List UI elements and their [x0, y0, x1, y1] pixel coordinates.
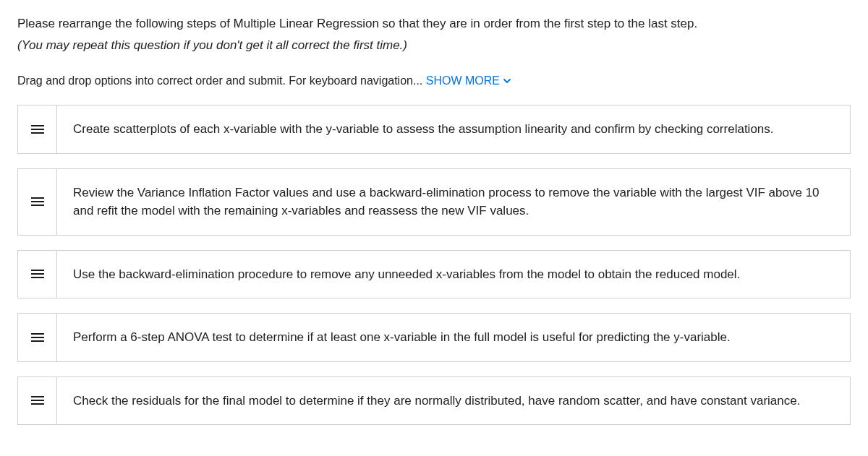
drag-handle-icon: [31, 197, 44, 207]
drag-item[interactable]: Use the backward-elimination procedure t…: [17, 250, 851, 299]
show-more-label: SHOW MORE: [426, 74, 500, 87]
chevron-down-icon: [503, 77, 511, 85]
drag-handle[interactable]: [18, 251, 57, 298]
drag-handle[interactable]: [18, 169, 57, 235]
drag-handle[interactable]: [18, 314, 57, 361]
drag-item[interactable]: Review the Variance Inflation Factor val…: [17, 168, 851, 236]
drag-item[interactable]: Perform a 6-step ANOVA test to determine…: [17, 313, 851, 362]
drag-handle-icon: [31, 395, 44, 405]
drag-item-text: Create scatterplots of each x-variable w…: [57, 106, 850, 153]
drag-item-text: Check the residuals for the final model …: [57, 377, 850, 425]
question-note: (You may repeat this question if you don…: [17, 36, 851, 55]
drag-item[interactable]: Check the residuals for the final model …: [17, 377, 851, 426]
drag-list: Create scatterplots of each x-variable w…: [17, 105, 851, 425]
drag-item[interactable]: Create scatterplots of each x-variable w…: [17, 105, 851, 154]
show-more-button[interactable]: SHOW MORE: [426, 74, 511, 87]
question-prompt: Please rearrange the following steps of …: [17, 14, 851, 33]
drag-item-text: Use the backward-elimination procedure t…: [57, 251, 850, 298]
drag-item-text: Review the Variance Inflation Factor val…: [57, 169, 850, 235]
drag-handle-icon: [31, 124, 44, 134]
drag-handle-icon: [31, 269, 44, 279]
instruction-text: Drag and drop options into correct order…: [17, 74, 426, 87]
instruction-row: Drag and drop options into correct order…: [17, 74, 851, 87]
drag-handle[interactable]: [18, 106, 57, 153]
drag-item-text: Perform a 6-step ANOVA test to determine…: [57, 314, 850, 361]
drag-handle[interactable]: [18, 377, 57, 425]
drag-handle-icon: [31, 332, 44, 343]
